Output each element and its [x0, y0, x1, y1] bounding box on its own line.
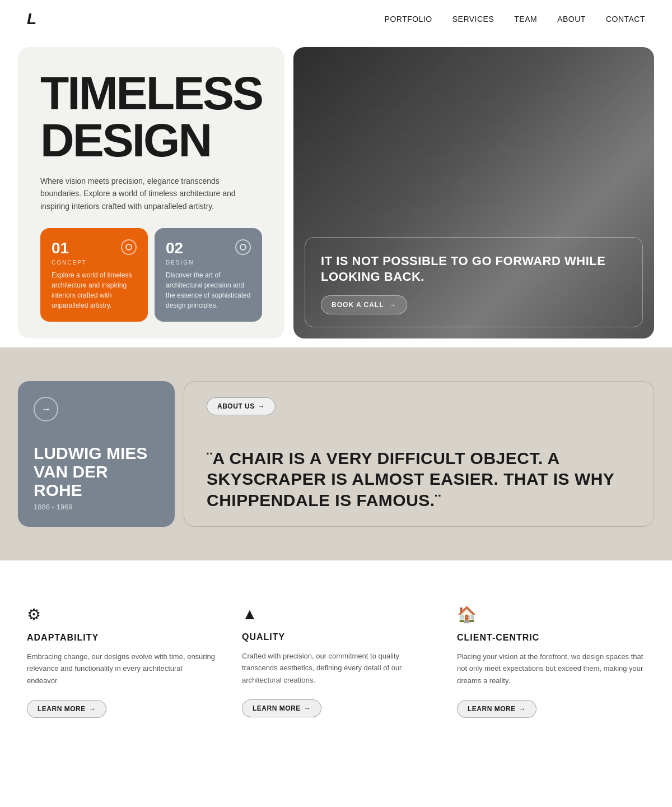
- learn-more-label: LEARN MORE: [253, 704, 301, 712]
- hero-card-concept: 01 CONCEPT Explore a world of timeless a…: [40, 228, 148, 322]
- quality-title: QUALITY: [242, 632, 430, 642]
- arrow-right-icon: →: [388, 300, 396, 309]
- mid-quote-text: ¨A CHAIR IS A VERY DIFFICULT OBJECT. A S…: [207, 448, 631, 511]
- client-centric-icon: 🏠: [457, 605, 645, 624]
- architect-years: 1886 - 1969: [34, 503, 159, 511]
- feature-quality: ▲ QUALITY Crafted with precision, our co…: [242, 605, 430, 718]
- hero-section: TIMELESSDESIGN Where vision meets precis…: [0, 38, 672, 347]
- adaptability-title: ADAPTABILITY: [27, 633, 215, 643]
- nav-contact[interactable]: CONTACT: [606, 15, 645, 24]
- adaptability-icon: ⚙: [27, 605, 215, 624]
- hero-card-design: 02 DESIGN Discover the art of architectu…: [155, 228, 262, 322]
- feature-client-centric: 🏠 CLIENT-CENTRIC Placing your vision at …: [457, 605, 645, 718]
- main-nav: PORTFOLIO SERVICES TEAM ABOUT CONTACT: [385, 15, 645, 24]
- book-call-label: BOOK A CALL: [332, 301, 384, 309]
- card-text: Discover the art of architectural precis…: [166, 270, 251, 310]
- features-section: ⚙ ADAPTABILITY Embracing change, our des…: [0, 560, 672, 752]
- learn-more-arrow-icon: →: [519, 705, 526, 713]
- feature-adaptability: ⚙ ADAPTABILITY Embracing change, our des…: [27, 605, 215, 718]
- about-us-label: ABOUT US: [217, 402, 255, 410]
- hero-title: TIMELESSDESIGN: [40, 69, 262, 164]
- architect-card: → LUDWIG MIESVAN DER ROHE 1886 - 1969: [18, 381, 175, 527]
- card-text: Explore a world of timeless architecture…: [52, 270, 137, 310]
- quality-desc: Crafted with precision, our commitment t…: [242, 650, 430, 686]
- client-centric-learn-more[interactable]: LEARN MORE →: [457, 700, 536, 718]
- card-category: DESIGN: [166, 259, 251, 266]
- learn-more-arrow-icon: →: [89, 705, 96, 713]
- about-us-button[interactable]: ABOUT US →: [207, 397, 276, 415]
- nav-team[interactable]: TEAM: [514, 15, 537, 24]
- client-centric-desc: Placing your vision at the forefront, we…: [457, 651, 645, 687]
- mid-section: → LUDWIG MIESVAN DER ROHE 1886 - 1969 AB…: [0, 347, 672, 560]
- nav-services[interactable]: SERVICES: [452, 15, 494, 24]
- adaptability-learn-more[interactable]: LEARN MORE →: [27, 700, 106, 718]
- book-call-button[interactable]: BOOK A CALL →: [321, 295, 407, 314]
- mid-inner: → LUDWIG MIESVAN DER ROHE 1886 - 1969 AB…: [18, 381, 654, 527]
- nav-about[interactable]: ABOUT: [557, 15, 586, 24]
- hero-cards: 01 CONCEPT Explore a world of timeless a…: [40, 228, 262, 322]
- hero-image: IT IS NOT POSSIBLE TO GO FORWARD WHILE L…: [293, 47, 654, 338]
- quality-icon: ▲: [242, 605, 430, 623]
- card-circle-icon: [121, 239, 137, 255]
- site-logo[interactable]: L: [27, 10, 35, 28]
- hero-description: Where vision meets precision, elegance t…: [40, 175, 253, 212]
- hero-quote: IT IS NOT POSSIBLE TO GO FORWARD WHILE L…: [321, 253, 627, 285]
- features-grid: ⚙ ADAPTABILITY Embracing change, our des…: [27, 605, 645, 718]
- learn-more-arrow-icon: →: [304, 704, 311, 712]
- adaptability-desc: Embracing change, our designs evolve wit…: [27, 651, 215, 687]
- about-us-arrow-icon: →: [258, 402, 265, 410]
- hero-right-panel: IT IS NOT POSSIBLE TO GO FORWARD WHILE L…: [293, 47, 654, 338]
- learn-more-label: LEARN MORE: [468, 705, 516, 713]
- learn-more-label: LEARN MORE: [38, 705, 86, 713]
- card-circle-icon: [235, 239, 251, 255]
- nav-portfolio[interactable]: PORTFOLIO: [385, 15, 432, 24]
- arrow-button[interactable]: →: [34, 397, 58, 421]
- client-centric-title: CLIENT-CENTRIC: [457, 633, 645, 643]
- site-header: L PORTFOLIO SERVICES TEAM ABOUT CONTACT: [0, 0, 672, 38]
- architect-name: LUDWIG MIESVAN DER ROHE: [34, 444, 159, 499]
- card-category: CONCEPT: [52, 259, 137, 266]
- hero-overlay-card: IT IS NOT POSSIBLE TO GO FORWARD WHILE L…: [305, 237, 643, 327]
- hero-left-panel: TIMELESSDESIGN Where vision meets precis…: [18, 47, 284, 338]
- quote-card: ABOUT US → ¨A CHAIR IS A VERY DIFFICULT …: [184, 381, 654, 527]
- quality-learn-more[interactable]: LEARN MORE →: [242, 699, 321, 717]
